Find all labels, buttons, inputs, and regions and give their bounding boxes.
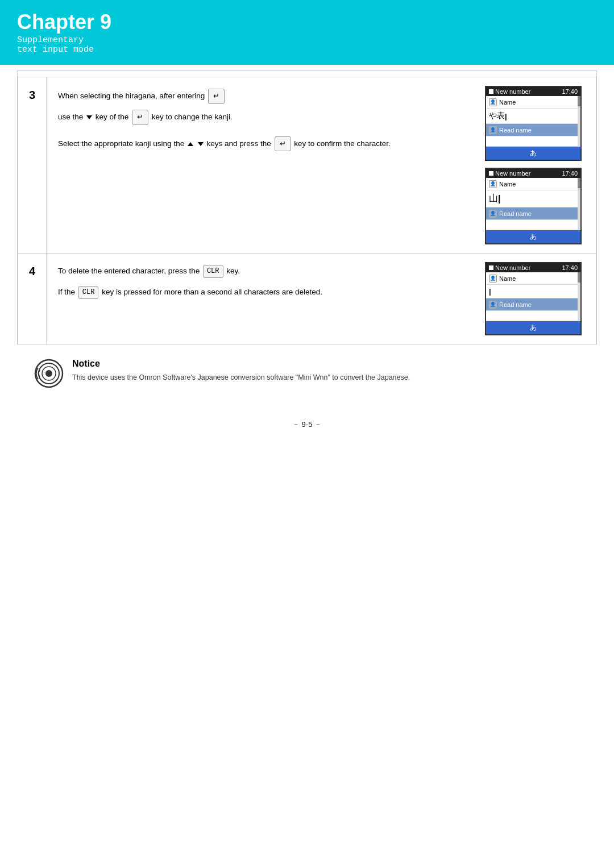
new-number-label-4: New number	[495, 264, 530, 271]
phone-input-4	[486, 285, 580, 298]
notice-icon	[34, 359, 64, 388]
clr-key-2: CLR	[78, 286, 99, 299]
phone-empty-row-4	[486, 311, 580, 321]
scrollbar-3b	[578, 178, 580, 230]
phone-readname-row-4: 👤 Read name	[486, 298, 580, 311]
step-text-4: To delete the entered character, press t…	[47, 254, 471, 344]
signal-icon: New number	[489, 88, 530, 95]
notice-section: Notice This device uses the Omron Softwa…	[17, 344, 597, 402]
name-label-3a: Name	[499, 99, 516, 106]
chapter-title: Chapter 9	[17, 10, 597, 34]
enter-key-icon3: ↵	[275, 136, 291, 152]
page-number: － 9-5 －	[292, 420, 322, 429]
phone-titlebar-3b: New number 17:40	[486, 169, 580, 178]
phone-input-3a: や表	[486, 109, 580, 124]
step-screens-4: New number 17:40 👤 Name	[471, 254, 596, 344]
scroll-thumb-4	[578, 272, 580, 283]
step-screens-3: New number 17:40 👤 Name や表	[471, 77, 596, 253]
step-row-4: 4 To delete the entered character, press…	[18, 254, 596, 344]
scrollbar-3a	[578, 96, 580, 147]
phone-titlebar-4: New number 17:40	[486, 263, 580, 272]
readname-icon-3b: 👤	[489, 210, 497, 218]
new-number-label-3b: New number	[495, 170, 530, 177]
steps-container: 3 When selecting the hiragana, after ent…	[17, 70, 597, 344]
step-number-3: 3	[18, 77, 47, 253]
time-label-4: 17:40	[562, 264, 578, 271]
phone-readname-row-3a: 👤 Read name	[486, 124, 580, 136]
chapter-subtitle: Supplementarytext input mode	[17, 35, 597, 55]
phone-screen-3b: New number 17:40 👤 Name 山	[485, 168, 582, 244]
up-triangle-icon	[188, 142, 193, 146]
phone-body-3a: 👤 Name や表 👤 Read name	[486, 96, 580, 147]
input-value-3a: や表	[489, 111, 505, 121]
new-number-label-3a: New number	[495, 88, 530, 95]
content-area: 3 When selecting the hiragana, after ent…	[0, 70, 614, 402]
scroll-thumb-3b	[578, 178, 580, 188]
enter-key-icon2: ↵	[132, 110, 148, 125]
readname-label-3a: Read name	[499, 127, 532, 134]
time-label-3b: 17:40	[562, 170, 578, 177]
down-triangle-icon2	[198, 142, 204, 146]
scroll-thumb-3a	[578, 96, 580, 106]
notice-text: This device uses the Omron Software's Ja…	[72, 373, 580, 381]
page-header: Chapter 9 Supplementarytext input mode	[0, 0, 614, 65]
step-text-3: When selecting the hiragana, after enter…	[47, 77, 471, 253]
signal-icon-4: New number	[489, 264, 530, 271]
phone-titlebar-3a: New number 17:40	[486, 87, 580, 96]
signal-icon-3b: New number	[489, 170, 530, 177]
name-icon-4: 👤	[489, 275, 497, 283]
readname-icon-3a: 👤	[489, 126, 497, 134]
clr-key-1: CLR	[203, 265, 223, 278]
readname-label-4: Read name	[499, 301, 532, 308]
name-label-3b: Name	[499, 181, 516, 188]
phone-footer-4: あ	[486, 321, 580, 334]
readname-icon-4: 👤	[489, 301, 497, 309]
name-label-4: Name	[499, 275, 516, 282]
name-icon-3b: 👤	[489, 180, 497, 188]
phone-footer-3b: あ	[486, 230, 580, 243]
input-value-3b: 山	[489, 193, 498, 205]
name-icon-3a: 👤	[489, 98, 497, 106]
phone-body-3b: 👤 Name 山 👤 Read name	[486, 178, 580, 230]
phone-name-row-4: 👤 Name	[486, 272, 580, 285]
phone-screen-4: New number 17:40 👤 Name	[485, 262, 582, 335]
scrollbar-4	[578, 272, 580, 321]
cursor-3b	[498, 194, 500, 204]
phone-empty-row-3b	[486, 220, 580, 230]
cursor-3a	[505, 112, 507, 121]
notice-title: Notice	[72, 359, 580, 369]
svg-point-3	[45, 370, 52, 377]
enter-key-icon: ↵	[208, 89, 225, 104]
down-triangle-icon	[86, 115, 92, 119]
phone-readname-row-3b: 👤 Read name	[486, 207, 580, 220]
page-footer: － 9-5 －	[0, 402, 614, 441]
time-label-3a: 17:40	[562, 88, 578, 95]
phone-input-3b: 山	[486, 190, 580, 207]
cursor-4	[489, 287, 491, 296]
phone-body-4: 👤 Name 👤 Read name	[486, 272, 580, 321]
phone-name-row-3a: 👤 Name	[486, 96, 580, 109]
step-row-3: 3 When selecting the hiragana, after ent…	[18, 77, 596, 254]
phone-name-row-3b: 👤 Name	[486, 178, 580, 190]
readname-label-3b: Read name	[499, 210, 532, 217]
step-number-4: 4	[18, 254, 47, 344]
notice-svg-icon	[34, 359, 64, 388]
phone-screen-3a: New number 17:40 👤 Name や表	[485, 86, 582, 161]
phone-footer-3a: あ	[486, 147, 580, 160]
phone-empty-row-3a	[486, 136, 580, 147]
notice-content: Notice This device uses the Omron Softwa…	[72, 359, 580, 381]
